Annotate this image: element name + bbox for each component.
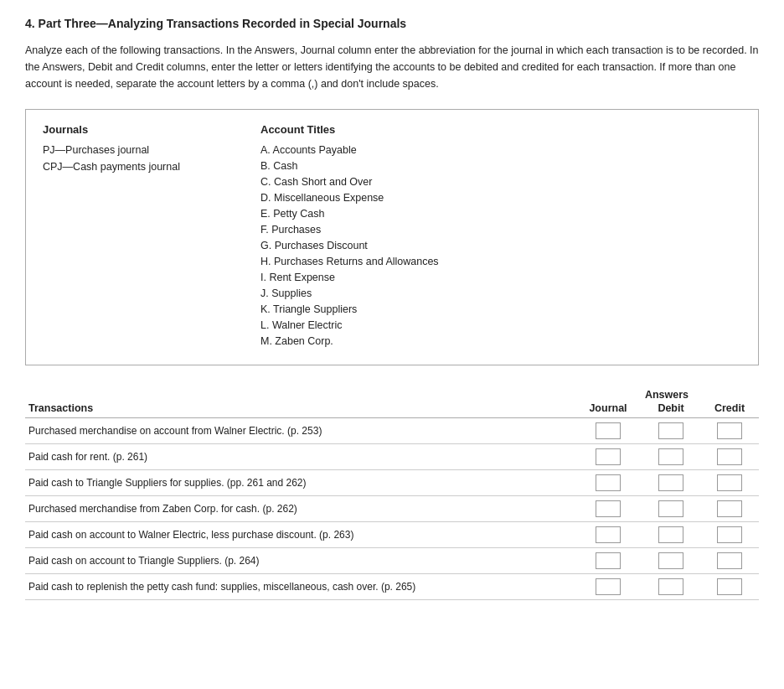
journal-input-3[interactable] (596, 474, 621, 491)
instructions: Analyze each of the following transactio… (25, 42, 759, 92)
accounts-column: Account Titles A. Accounts Payable B. Ca… (260, 123, 741, 351)
debit-answer-4 (642, 500, 700, 517)
account-e: E. Petty Cash (260, 208, 741, 220)
debit-answer-7 (642, 578, 700, 595)
answers-label-row: Answers (25, 389, 759, 401)
account-j: J. Supplies (260, 288, 741, 299)
journal-input-7[interactable] (596, 578, 621, 595)
table-row: Paid cash for rent. (p. 261) (25, 444, 759, 470)
credit-answer-2 (700, 448, 759, 465)
transaction-text-1: Purchased merchandise on account from Wa… (25, 425, 575, 437)
section-title: 4. Part Three—Analyzing Transactions Rec… (25, 17, 759, 30)
journal-answer-4 (575, 500, 642, 517)
debit-answer-1 (642, 422, 700, 439)
transaction-text-6: Paid cash on account to Triangle Supplie… (25, 555, 575, 567)
journal-input-4[interactable] (596, 500, 621, 517)
account-g: G. Purchases Discount (260, 240, 741, 251)
journal-answer-1 (575, 422, 642, 439)
debit-input-1[interactable] (658, 422, 683, 439)
transaction-text-5: Paid cash on account to Walner Electric,… (25, 529, 575, 541)
journal-input-5[interactable] (596, 526, 621, 543)
debit-input-2[interactable] (658, 448, 683, 465)
journals-header: Journals (43, 123, 210, 136)
credit-input-3[interactable] (717, 474, 742, 491)
credit-input-6[interactable] (717, 552, 742, 569)
account-h: H. Purchases Returns and Allowances (260, 256, 741, 267)
journal-answer-6 (575, 552, 642, 569)
journal-item-cpj: CPJ—Cash payments journal (43, 161, 210, 173)
column-headers: Transactions Journal Debit Credit (25, 402, 759, 418)
credit-answer-5 (700, 526, 759, 543)
credit-input-7[interactable] (717, 578, 742, 595)
account-l: L. Walner Electric (260, 319, 741, 331)
credit-input-1[interactable] (717, 422, 742, 439)
account-i: I. Rent Expense (260, 272, 741, 283)
table-row: Purchased merchandise from Zaben Corp. f… (25, 496, 759, 522)
transaction-text-7: Paid cash to replenish the petty cash fu… (25, 581, 575, 593)
journal-answer-2 (575, 448, 642, 465)
journal-answer-5 (575, 526, 642, 543)
account-d: D. Miscellaneous Expense (260, 192, 741, 204)
debit-answer-3 (642, 474, 700, 491)
debit-input-6[interactable] (658, 552, 683, 569)
journal-item-pj: PJ—Purchases journal (43, 144, 210, 156)
transaction-text-2: Paid cash for rent. (p. 261) (25, 451, 575, 463)
account-k: K. Triangle Suppliers (260, 303, 741, 315)
account-a: A. Accounts Payable (260, 144, 741, 156)
answers-label: Answers (575, 389, 759, 401)
table-row: Purchased merchandise on account from Wa… (25, 418, 759, 444)
account-f: F. Purchases (260, 224, 741, 236)
table-row: Paid cash to replenish the petty cash fu… (25, 574, 759, 600)
journal-input-6[interactable] (596, 552, 621, 569)
account-b: B. Cash (260, 160, 741, 172)
debit-answer-6 (642, 552, 700, 569)
debit-answer-2 (642, 448, 700, 465)
debit-input-4[interactable] (658, 500, 683, 517)
table-row: Paid cash on account to Triangle Supplie… (25, 548, 759, 574)
reference-box: Journals PJ—Purchases journal CPJ—Cash p… (25, 109, 759, 365)
credit-input-5[interactable] (717, 526, 742, 543)
transaction-text-4: Purchased merchandise from Zaben Corp. f… (25, 503, 575, 515)
answers-section: Answers Transactions Journal Debit Credi… (25, 389, 759, 600)
journal-input-2[interactable] (596, 448, 621, 465)
journal-answer-3 (575, 474, 642, 491)
credit-answer-7 (700, 578, 759, 595)
credit-answer-3 (700, 474, 759, 491)
debit-input-5[interactable] (658, 526, 683, 543)
account-m: M. Zaben Corp. (260, 335, 741, 347)
journal-input-1[interactable] (596, 422, 621, 439)
journal-col-header: Journal (575, 402, 642, 414)
accounts-header: Account Titles (260, 123, 741, 136)
debit-answer-5 (642, 526, 700, 543)
transactions-col-header: Transactions (25, 402, 575, 414)
credit-answer-6 (700, 552, 759, 569)
credit-answer-4 (700, 500, 759, 517)
table-row: Paid cash to Triangle Suppliers for supp… (25, 470, 759, 496)
debit-col-header: Debit (642, 402, 700, 414)
account-c: C. Cash Short and Over (260, 176, 741, 188)
transaction-text-3: Paid cash to Triangle Suppliers for supp… (25, 477, 575, 489)
credit-answer-1 (700, 422, 759, 439)
credit-col-header: Credit (700, 402, 759, 414)
table-row: Paid cash on account to Walner Electric,… (25, 522, 759, 548)
debit-input-3[interactable] (658, 474, 683, 491)
journals-column: Journals PJ—Purchases journal CPJ—Cash p… (43, 123, 210, 351)
journal-answer-7 (575, 578, 642, 595)
debit-input-7[interactable] (658, 578, 683, 595)
credit-input-4[interactable] (717, 500, 742, 517)
credit-input-2[interactable] (717, 448, 742, 465)
